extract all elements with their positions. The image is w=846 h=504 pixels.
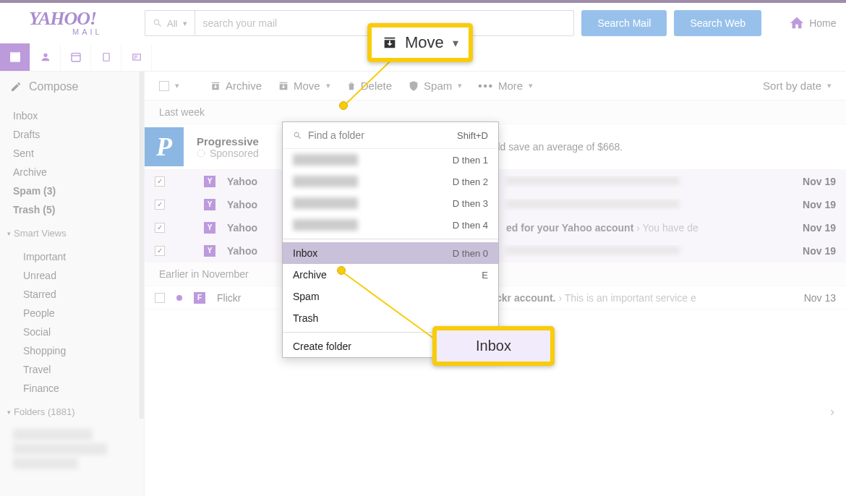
date: Nov 19: [792, 199, 836, 210]
move-recent-folder[interactable]: D then 4: [283, 214, 498, 236]
sender: Yahoo: [227, 245, 285, 257]
select-all-checkbox[interactable]: ▾: [155, 78, 184, 94]
smart-shopping[interactable]: Shopping: [0, 341, 144, 360]
home-label: Home: [809, 17, 836, 29]
smart-unread[interactable]: Unread: [0, 266, 144, 285]
move-dropdown: Find a folder Shift+D D then 1D then 2D …: [282, 121, 499, 358]
callout-inbox: Inbox: [432, 326, 555, 366]
svg-point-4: [197, 150, 205, 157]
pencil-icon: [10, 81, 22, 93]
search-icon: [293, 131, 302, 140]
move-recent-folder[interactable]: D then 3: [283, 192, 498, 214]
find-folder-input[interactable]: Find a folder: [293, 129, 364, 141]
search-icon: [153, 18, 163, 28]
row-checkbox[interactable]: [155, 293, 165, 303]
row-checkbox[interactable]: ✓: [155, 246, 165, 256]
home-icon: [789, 15, 805, 31]
date: Nov 19: [792, 222, 836, 234]
smart-people[interactable]: People: [0, 304, 144, 323]
date: Nov 19: [792, 176, 836, 187]
smart-views-header[interactable]: ▾Smart Views: [0, 223, 144, 243]
smart-important[interactable]: Important: [0, 247, 144, 266]
smart-travel[interactable]: Travel: [0, 360, 144, 379]
search-scope-label: All: [167, 18, 177, 29]
folder-archive[interactable]: Archive: [0, 163, 144, 181]
sponsor-icon: [197, 149, 205, 158]
more-button[interactable]: ••• More▾: [474, 77, 537, 95]
ad-inline-text: could save an average of $668.: [482, 141, 623, 153]
compose-label: Compose: [29, 80, 78, 93]
row-checkbox[interactable]: ✓: [155, 176, 165, 187]
date: Nov 19: [792, 245, 836, 257]
yahoo-mail-logo[interactable]: YAHOO! MAIL: [29, 10, 130, 35]
move-icon: [278, 80, 289, 92]
folder-inbox[interactable]: Inbox: [0, 106, 144, 125]
sender: Yahoo: [227, 222, 285, 234]
archive-button[interactable]: Archive: [205, 77, 266, 95]
folder-redacted[interactable]: [13, 458, 78, 469]
sender-favicon: Y: [204, 199, 215, 210]
find-folder-shortcut: Shift+D: [457, 130, 488, 141]
folder-trash[interactable]: Trash (5): [0, 200, 144, 219]
sender-favicon: Y: [204, 176, 215, 187]
move-recent-folder[interactable]: D then 2: [283, 171, 498, 192]
row-checkbox[interactable]: ✓: [155, 223, 165, 233]
folder-redacted[interactable]: [13, 429, 93, 440]
search-web-button[interactable]: Search Web: [674, 10, 761, 36]
archive-icon: [210, 80, 221, 92]
svg-rect-0: [10, 54, 20, 61]
annotation-pin: [339, 101, 348, 110]
folder-redacted[interactable]: [13, 443, 107, 455]
logo-text: YAHOO!: [29, 10, 130, 27]
sender: Flickr: [217, 292, 275, 304]
notepad-app-icon[interactable]: [91, 43, 121, 71]
compose-button[interactable]: Compose: [0, 72, 144, 102]
news-app-icon[interactable]: [121, 43, 152, 71]
callout-move: Move ▾: [367, 23, 473, 62]
move-icon: [382, 35, 398, 51]
trash-icon: [346, 80, 356, 92]
smart-finance[interactable]: Finance: [0, 379, 144, 398]
move-target-inbox[interactable]: InboxD then 0: [283, 242, 498, 264]
dots-icon: •••: [478, 80, 494, 92]
sender-favicon: F: [194, 292, 205, 304]
folder-drafts[interactable]: Drafts: [0, 125, 144, 144]
spam-button[interactable]: Spam▾: [403, 77, 466, 95]
shield-icon: [408, 80, 419, 92]
sender: Yahoo: [227, 176, 285, 187]
folder-spam[interactable]: Spam (3): [0, 181, 144, 200]
annotation-pin: [337, 266, 346, 275]
calendar-app-icon[interactable]: [61, 43, 91, 71]
svg-rect-1: [72, 54, 80, 61]
sort-button[interactable]: Sort by date▾: [759, 77, 836, 95]
row-checkbox[interactable]: ✓: [155, 200, 165, 210]
contacts-app-icon[interactable]: [30, 43, 61, 71]
smart-social[interactable]: Social: [0, 323, 144, 341]
smart-starred[interactable]: Starred: [0, 285, 144, 304]
move-target-archive[interactable]: ArchiveE: [283, 264, 498, 286]
move-recent-folder[interactable]: D then 1: [283, 149, 498, 171]
folders-header[interactable]: ▾Folders (1881): [0, 402, 144, 422]
move-button[interactable]: Move▾: [273, 77, 335, 95]
home-link[interactable]: Home: [789, 15, 836, 31]
chevron-down-icon: ▾: [453, 36, 458, 50]
chevron-right-icon[interactable]: ›: [830, 404, 834, 419]
sender-favicon: Y: [204, 245, 215, 257]
sender: Yahoo: [227, 199, 285, 210]
chevron-down-icon: ▾: [183, 19, 187, 28]
mail-app-icon[interactable]: [0, 43, 30, 71]
sender-favicon: Y: [204, 222, 215, 234]
svg-rect-2: [103, 54, 108, 61]
search-scope-dropdown[interactable]: All ▾: [145, 10, 195, 36]
ad-title: Progressive: [197, 135, 259, 148]
ad-logo: P: [145, 127, 184, 166]
date: Nov 13: [792, 292, 836, 304]
ad-sponsored: Sponsored: [210, 148, 259, 159]
folder-sent[interactable]: Sent: [0, 144, 144, 163]
sidebar-scrollbar[interactable]: [140, 72, 144, 419]
search-mail-button[interactable]: Search Mail: [581, 10, 667, 36]
unread-dot: [176, 295, 182, 301]
move-target-spam[interactable]: Spam: [283, 286, 498, 307]
